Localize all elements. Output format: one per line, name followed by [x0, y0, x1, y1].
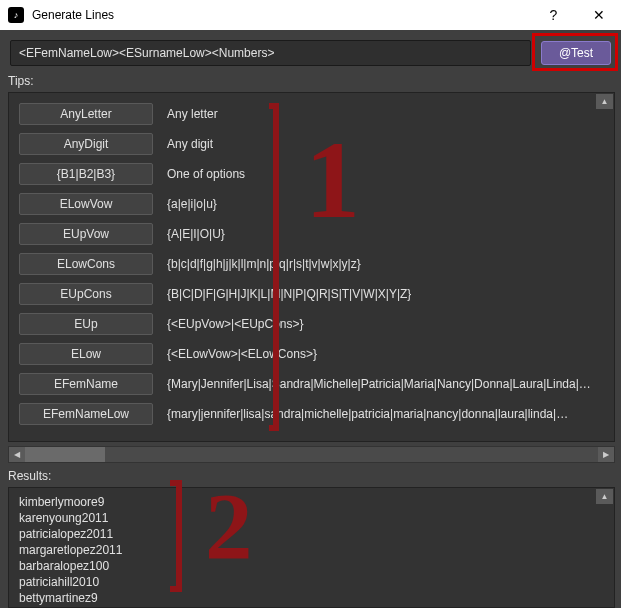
- tips-panel: ▲ AnyLetter Any letter AnyDigit Any digi…: [8, 92, 615, 442]
- app-icon: ♪: [8, 7, 24, 23]
- tip-row: ELowVow {a|e|i|o|u}: [9, 189, 614, 219]
- results-scroll-up[interactable]: ▲: [596, 489, 613, 504]
- result-item: patricialopez2011: [19, 526, 608, 542]
- tip-row: AnyLetter Any letter: [9, 99, 614, 129]
- tip-desc: {b|c|d|f|g|h|j|k|l|m|n|p|q|r|s|t|v|w|x|y…: [167, 257, 361, 271]
- tip-button-efemname[interactable]: EFemName: [19, 373, 153, 395]
- result-item: bettymartinez9: [19, 590, 608, 606]
- results-label: Results:: [0, 467, 621, 487]
- tip-desc: {Mary|Jennifer|Lisa|Sandra|Michelle|Patr…: [167, 377, 591, 391]
- tip-desc: {a|e|i|o|u}: [167, 197, 217, 211]
- tip-row: EFemName {Mary|Jennifer|Lisa|Sandra|Mich…: [9, 369, 614, 399]
- titlebar: ♪ Generate Lines ? ✕: [0, 0, 621, 30]
- tip-button-elow[interactable]: ELow: [19, 343, 153, 365]
- tips-list: AnyLetter Any letter AnyDigit Any digit …: [9, 93, 614, 441]
- result-item: margaretlopez2011: [19, 542, 608, 558]
- tip-button-options[interactable]: {B1|B2|B3}: [19, 163, 153, 185]
- tip-row: EUpVow {A|E|I|O|U}: [9, 219, 614, 249]
- tip-row: AnyDigit Any digit: [9, 129, 614, 159]
- tips-label: Tips:: [0, 72, 621, 92]
- tip-desc: Any letter: [167, 107, 218, 121]
- test-button[interactable]: @Test: [541, 41, 611, 65]
- tip-button-anydigit[interactable]: AnyDigit: [19, 133, 153, 155]
- result-item: barbaralopez100: [19, 558, 608, 574]
- tip-button-elowcons[interactable]: ELowCons: [19, 253, 153, 275]
- pattern-input[interactable]: [10, 40, 531, 66]
- tips-hscroll[interactable]: ◀ ▶: [8, 446, 615, 463]
- tips-scroll-up[interactable]: ▲: [596, 94, 613, 109]
- help-button[interactable]: ?: [531, 0, 576, 30]
- tip-button-anyletter[interactable]: AnyLetter: [19, 103, 153, 125]
- tip-row: EUp {<EUpVow>|<EUpCons>}: [9, 309, 614, 339]
- window-title: Generate Lines: [32, 8, 531, 22]
- result-item: karenyoung2011: [19, 510, 608, 526]
- tip-button-eupvow[interactable]: EUpVow: [19, 223, 153, 245]
- tip-desc: {<ELowVow>|<ELowCons>}: [167, 347, 317, 361]
- result-item: kimberlymoore9: [19, 494, 608, 510]
- tip-desc: {A|E|I|O|U}: [167, 227, 225, 241]
- tip-button-elowvow[interactable]: ELowVow: [19, 193, 153, 215]
- tip-desc: {mary|jennifer|lisa|sandra|michelle|patr…: [167, 407, 568, 421]
- tip-row: ELowCons {b|c|d|f|g|h|j|k|l|m|n|p|q|r|s|…: [9, 249, 614, 279]
- tip-desc: {<EUpVow>|<EUpCons>}: [167, 317, 304, 331]
- hscroll-thumb[interactable]: [25, 447, 105, 462]
- tip-desc: One of options: [167, 167, 245, 181]
- tip-row: {B1|B2|B3} One of options: [9, 159, 614, 189]
- tip-button-eupcons[interactable]: EUpCons: [19, 283, 153, 305]
- results-panel: ▲ kimberlymoore9 karenyoung2011 patricia…: [8, 487, 615, 608]
- tip-row: ELow {<ELowVow>|<ELowCons>}: [9, 339, 614, 369]
- tip-row: EUpCons {B|C|D|F|G|H|J|K|L|M|N|P|Q|R|S|T…: [9, 279, 614, 309]
- results-list: kimberlymoore9 karenyoung2011 patricialo…: [9, 488, 614, 608]
- close-button[interactable]: ✕: [576, 0, 621, 30]
- tip-desc: {B|C|D|F|G|H|J|K|L|M|N|P|Q|R|S|T|V|W|X|Y…: [167, 287, 411, 301]
- pattern-row: @Test: [0, 30, 621, 72]
- tip-desc: Any digit: [167, 137, 213, 151]
- tip-button-eup[interactable]: EUp: [19, 313, 153, 335]
- hscroll-left[interactable]: ◀: [9, 447, 25, 462]
- tip-button-efemnamelow[interactable]: EFemNameLow: [19, 403, 153, 425]
- tip-row: EFemNameLow {mary|jennifer|lisa|sandra|m…: [9, 399, 614, 429]
- result-item: patriciahill2010: [19, 574, 608, 590]
- hscroll-right[interactable]: ▶: [598, 447, 614, 462]
